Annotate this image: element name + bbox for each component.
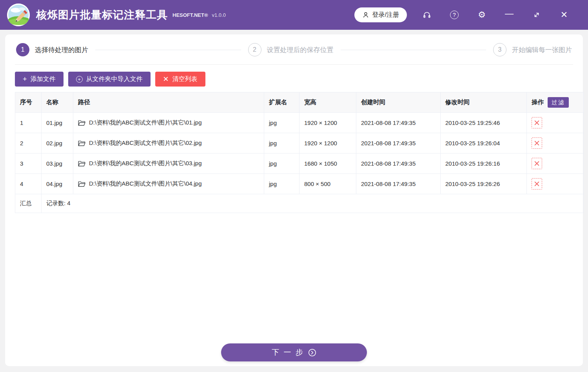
login-label: 登录/注册 [372, 11, 399, 19]
summary-row: 汇总 记录数: 4 [15, 194, 584, 213]
delete-x-icon [534, 161, 539, 166]
cell-index: 3 [15, 153, 42, 174]
table-row: 202.jpgD:\资料\我的ABC测试文件\图片\其它\02.jpgjpg19… [15, 133, 584, 153]
delete-row-button[interactable] [532, 137, 542, 149]
cell-ext: jpg [264, 174, 299, 194]
add-files-button[interactable]: + 添加文件 [15, 72, 64, 87]
path-text: D:\资料\我的ABC测试文件\图片\其它\04.jpg [89, 180, 202, 188]
table-header-row: 序号 名称 路径 扩展名 宽高 创建时间 修改时间 操作 过滤 [15, 92, 584, 113]
step-connector [95, 50, 241, 50]
step-connector [341, 50, 486, 50]
cell-action [527, 133, 584, 153]
cell-path: D:\资料\我的ABC测试文件\图片\其它\02.jpg [73, 133, 264, 153]
delete-row-button[interactable] [532, 178, 542, 190]
step-1: 1 选择待处理的图片 [16, 43, 88, 56]
col-action: 操作 过滤 [527, 92, 584, 113]
toolbar: + 添加文件 + 从文件夹中导入文件 ✕ 清空列表 [10, 65, 578, 92]
delete-row-button[interactable] [532, 158, 542, 169]
cell-action [527, 113, 584, 133]
cell-path: D:\资料\我的ABC测试文件\图片\其它\03.jpg [73, 153, 264, 174]
file-table: 序号 名称 路径 扩展名 宽高 创建时间 修改时间 操作 过滤 [15, 92, 584, 213]
step-2-label: 设置处理后的保存位置 [267, 45, 334, 54]
version-text: v1.0.0 [212, 12, 225, 18]
delete-x-icon [534, 120, 539, 125]
cell-index: 4 [15, 174, 42, 194]
footer: 下 一 步 [10, 343, 578, 366]
cell-name: 04.jpg [42, 174, 73, 194]
delete-x-icon [534, 141, 539, 146]
titlebar-icons: ? ⚙ — ✕ [413, 7, 578, 23]
step-indicator: 1 选择待处理的图片 2 设置处理后的保存位置 3 开始编辑每一张图片 [10, 34, 578, 64]
headset-icon[interactable] [413, 7, 441, 23]
cell-ext: jpg [264, 133, 299, 153]
main-card: 1 选择待处理的图片 2 设置处理后的保存位置 3 开始编辑每一张图片 + 添加… [5, 34, 583, 366]
file-table-wrap: 序号 名称 路径 扩展名 宽高 创建时间 修改时间 操作 过滤 [10, 92, 578, 213]
cell-index: 2 [15, 133, 42, 153]
app-title: 核烁图片批量标记注释工具 [36, 8, 168, 22]
col-ext: 扩展名 [264, 92, 299, 113]
close-icon[interactable]: ✕ [550, 7, 578, 23]
cell-created: 2021-08-08 17:49:35 [356, 174, 441, 194]
cell-ext: jpg [264, 153, 299, 174]
settings-icon[interactable]: ⚙ [468, 7, 495, 23]
cell-size: 1920 × 1200 [299, 133, 356, 153]
cell-ext: jpg [264, 113, 299, 133]
cell-size: 1680 × 1050 [299, 153, 356, 174]
cell-created: 2021-08-08 17:49:35 [356, 133, 441, 153]
cell-size: 1920 × 1200 [299, 113, 356, 133]
app-logo-icon [7, 4, 30, 26]
path-text: D:\资料\我的ABC测试文件\图片\其它\01.jpg [89, 119, 202, 126]
clear-x-icon: ✕ [163, 75, 169, 83]
step-2: 2 设置处理后的保存位置 [248, 43, 334, 56]
col-name: 名称 [42, 92, 73, 113]
col-index: 序号 [15, 92, 42, 113]
next-step-button[interactable]: 下 一 步 [221, 343, 367, 361]
table-row: 404.jpgD:\资料\我的ABC测试文件\图片\其它\04.jpgjpg80… [15, 174, 584, 194]
path-text: D:\资料\我的ABC测试文件\图片\其它\03.jpg [89, 160, 202, 167]
brand-text: HESOFT.NET® [172, 12, 208, 18]
cell-action [527, 174, 584, 194]
summary-label: 汇总 [15, 194, 42, 213]
cell-modified: 2010-03-25 19:26:04 [441, 133, 527, 153]
step-3-label: 开始编辑每一张图片 [512, 45, 572, 54]
login-button[interactable]: 登录/注册 [354, 7, 407, 22]
table-body: 101.jpgD:\资料\我的ABC测试文件\图片\其它\01.jpgjpg19… [15, 113, 584, 194]
delete-x-icon [534, 181, 539, 186]
table-row: 101.jpgD:\资料\我的ABC测试文件\图片\其它\01.jpgjpg19… [15, 113, 584, 133]
circle-plus-icon: + [76, 76, 83, 83]
step-1-label: 选择待处理的图片 [35, 45, 88, 54]
arrow-right-circle-icon [308, 349, 316, 357]
cell-path: D:\资料\我的ABC测试文件\图片\其它\04.jpg [73, 174, 264, 194]
col-size: 宽高 [299, 92, 356, 113]
cell-size: 800 × 500 [299, 174, 356, 194]
maximize-icon[interactable] [523, 7, 550, 23]
plus-icon: + [23, 75, 27, 83]
clear-list-button[interactable]: ✕ 清空列表 [155, 72, 205, 87]
cell-modified: 2010-03-25 19:26:26 [441, 174, 527, 194]
filter-button[interactable]: 过滤 [548, 97, 569, 108]
cell-path: D:\资料\我的ABC测试文件\图片\其它\01.jpg [73, 113, 264, 133]
cell-created: 2021-08-08 17:49:35 [356, 153, 441, 174]
help-icon[interactable]: ? [441, 7, 468, 23]
path-text: D:\资料\我的ABC测试文件\图片\其它\02.jpg [89, 139, 202, 147]
folder-open-icon [78, 181, 85, 187]
step-2-number: 2 [248, 43, 261, 56]
summary-value: 记录数: 4 [42, 194, 584, 213]
table-row: 303.jpgD:\资料\我的ABC测试文件\图片\其它\03.jpgjpg16… [15, 153, 584, 174]
cell-modified: 2010-03-25 19:26:16 [441, 153, 527, 174]
delete-row-button[interactable] [532, 117, 542, 128]
step-3: 3 开始编辑每一张图片 [493, 43, 572, 56]
step-3-number: 3 [493, 43, 506, 56]
col-path: 路径 [73, 92, 264, 113]
folder-open-icon [78, 161, 85, 167]
user-icon [362, 11, 369, 18]
cell-name: 01.jpg [42, 113, 73, 133]
cell-name: 02.jpg [42, 133, 73, 153]
col-created: 创建时间 [356, 92, 441, 113]
page-background: 1 选择待处理的图片 2 设置处理后的保存位置 3 开始编辑每一张图片 + 添加… [0, 30, 588, 372]
minimize-icon[interactable]: — [495, 7, 523, 23]
folder-open-icon [78, 140, 85, 146]
step-1-number: 1 [16, 43, 29, 56]
title-bar: 核烁图片批量标记注释工具 HESOFT.NET® v1.0.0 登录/注册 ? … [0, 0, 588, 30]
import-folder-button[interactable]: + 从文件夹中导入文件 [68, 72, 151, 87]
